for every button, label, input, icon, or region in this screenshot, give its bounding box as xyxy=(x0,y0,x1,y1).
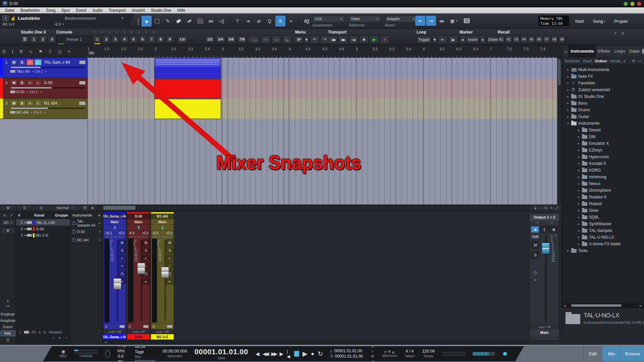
volume-fader[interactable] xyxy=(163,239,166,322)
undo-button[interactable]: ↶ xyxy=(310,36,319,44)
recall-slot-button[interactable]: #2 xyxy=(505,36,512,43)
console-snapshot-button[interactable]: 7 xyxy=(148,36,156,43)
tree-item-label[interactable]: Favoriten xyxy=(578,81,595,85)
expand-arrow-icon[interactable] xyxy=(567,108,570,112)
expand-arrow-icon[interactable] xyxy=(567,88,570,92)
track-instrument-label[interactable]: TALr-64 xyxy=(16,69,30,73)
expand-arrow-icon[interactable] xyxy=(577,142,580,145)
footer-mute-button[interactable]: M xyxy=(0,205,16,211)
add-track-icon[interactable]: + xyxy=(67,48,71,55)
loop-start-button[interactable]: ⇤ xyxy=(438,36,447,44)
track-instrument-label[interactable]: M1 x64 xyxy=(16,110,29,114)
browser-tab[interactable]: Datei xyxy=(627,45,642,57)
return-to-start-button[interactable]: |◀ xyxy=(287,349,291,359)
automation-parameter[interactable]: Lautstärke xyxy=(18,16,40,21)
pair-button[interactable]: 5/6 xyxy=(227,36,236,43)
grid-icon[interactable]: ⠿ xyxy=(48,49,52,54)
tree-item-label[interactable]: Kontakt 5 xyxy=(589,161,606,166)
chevron-down-icon[interactable]: ▼ xyxy=(98,239,101,242)
tree-item[interactable]: Roland xyxy=(562,200,644,207)
strip-name[interactable]: TAL-Samp..r-64 xyxy=(103,214,126,219)
channel-name[interactable]: TAL-S..r-64 xyxy=(36,221,55,225)
tree-item[interactable]: Tools xyxy=(562,247,644,254)
instrument-name[interactable]: M1 x64 xyxy=(77,238,89,242)
instrument-name[interactable]: TAL-Sampler-64 xyxy=(77,219,97,227)
zoom-play-icon[interactable]: ▸ xyxy=(535,206,537,210)
channel-color-chip[interactable] xyxy=(33,227,35,231)
sox-snapshot-button[interactable]: 2 xyxy=(39,36,47,43)
browser-tab[interactable]: Instrumente xyxy=(569,45,596,57)
strip-monitor-button[interactable] xyxy=(166,255,173,261)
faders-up-button[interactable]: ↑↑↑ xyxy=(261,36,270,44)
detach-icon[interactable]: ↗ xyxy=(613,31,617,36)
mixer-bank-tab[interactable]: Ausgänge xyxy=(1,318,15,323)
tree-item-label[interactable]: Drums xyxy=(578,108,590,112)
output-solo-button[interactable]: S xyxy=(531,251,539,259)
channel-color-chip[interactable] xyxy=(33,221,35,225)
recall-slot-button[interactable]: #7 xyxy=(543,36,550,43)
track-volume-slider[interactable] xyxy=(11,108,85,109)
tree-item-label[interactable]: Siren xyxy=(589,208,598,213)
scroll-left-icon[interactable]: ◀ xyxy=(90,206,95,209)
visible-dot-icon[interactable]: ● xyxy=(24,234,25,236)
forward-button[interactable]: ▶▶ xyxy=(338,36,348,44)
channel-name[interactable]: D-50 xyxy=(36,227,44,231)
strip-automation-mode[interactable]: Auto: Off xyxy=(103,329,126,334)
view-button[interactable]: Browse xyxy=(621,346,644,361)
loop-play-button[interactable]: |▶ xyxy=(448,36,458,44)
wrench-icon[interactable]: ⚒ xyxy=(19,49,23,54)
tree-item-label[interactable]: DM xyxy=(589,134,595,139)
instrument-icon[interactable] xyxy=(144,325,148,328)
tree-item[interactable]: minimoog xyxy=(562,174,644,180)
page-nav-item[interactable]: Projekt xyxy=(614,19,628,24)
timestretch-button[interactable]: ↠ xyxy=(243,16,253,26)
sort-folder-option[interactable]: Ordner xyxy=(595,59,607,63)
collapse-icon[interactable]: ▸◂ xyxy=(6,304,9,307)
tree-item[interactable]: TAL-U-NO-LX xyxy=(562,234,644,241)
zoom-out-icon[interactable]: − xyxy=(539,206,541,210)
bend-marker-button[interactable]: ⌖ xyxy=(286,16,296,26)
expand-arrow-icon[interactable] xyxy=(577,209,580,212)
arrange-grid[interactable] xyxy=(88,58,557,204)
strip-name-tag[interactable]: TAL-Samp..r-64 xyxy=(103,334,126,340)
expand-arrow-icon[interactable] xyxy=(577,222,580,226)
next-marker-button[interactable]: ▸ xyxy=(480,36,486,44)
footer-solo-button[interactable]: S xyxy=(16,205,33,211)
pan-mode-button[interactable]: ◉ xyxy=(549,226,558,233)
buses-icon[interactable]: ≡ xyxy=(39,330,41,334)
track-monitor-button[interactable] xyxy=(35,80,42,86)
midi-clip-track3[interactable] xyxy=(154,99,221,119)
chevron-down-icon[interactable]: ▼ xyxy=(62,23,64,26)
strip-solo-button[interactable]: S xyxy=(166,247,173,254)
tree-item[interactable]: Reaktor 6 xyxy=(562,194,644,200)
forward-button[interactable]: ▶▶ xyxy=(271,351,276,357)
zoom-slider[interactable]: ▭ xyxy=(544,206,547,210)
browser-horizontal-scrollbar[interactable]: ◀▶ xyxy=(562,303,643,308)
pan-slider[interactable] xyxy=(151,225,174,230)
instrument-icon[interactable] xyxy=(10,70,15,73)
metronome-label[interactable]: Metronom xyxy=(382,354,397,358)
next-bar-button[interactable]: ▶ xyxy=(279,351,283,357)
expand-arrow-icon[interactable] xyxy=(577,155,580,159)
instrument-editor-icon[interactable] xyxy=(79,61,86,64)
home-icon[interactable]: ⌂ xyxy=(565,49,567,54)
expand-arrow-icon[interactable] xyxy=(577,195,580,199)
recall-slot-button[interactable]: #4 xyxy=(521,36,527,43)
expand-arrow-icon[interactable] xyxy=(567,249,570,252)
zoom-in-icon[interactable]: + xyxy=(550,206,552,210)
fader-knob[interactable] xyxy=(113,278,121,290)
snap-end-button[interactable]: ⇥ xyxy=(426,16,436,26)
mixer-horizontal-scrollbar[interactable]: ◀ xyxy=(103,340,527,344)
tree-item[interactable]: KORG xyxy=(562,167,644,174)
strip-monitor-button[interactable] xyxy=(118,255,126,261)
pair-button[interactable]: 7/8 xyxy=(237,36,247,43)
record-button[interactable]: ● xyxy=(311,351,314,357)
channel-color-chip[interactable] xyxy=(33,233,35,237)
expand-arrow-icon[interactable] xyxy=(577,236,580,239)
tree-item[interactable]: TAL-Sampler xyxy=(562,227,644,234)
channel-list-row[interactable]: 3 ● M1 1+2 xyxy=(16,232,70,238)
wrench-button[interactable]: ⚒ xyxy=(1,227,15,234)
eraser-tool-button[interactable] xyxy=(174,16,184,26)
instrument-rack-row[interactable]: M1 x64 ▼ xyxy=(70,236,103,244)
strip-mute-button[interactable]: M xyxy=(142,239,150,246)
